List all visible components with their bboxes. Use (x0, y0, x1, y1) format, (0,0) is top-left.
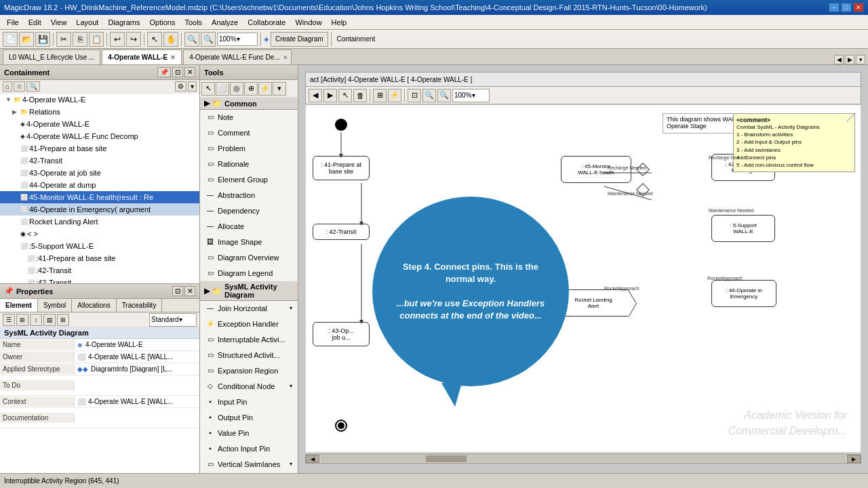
tool-input-pin[interactable]: ▪ Input Pin (200, 394, 298, 410)
pan-button[interactable]: ✋ (163, 32, 178, 47)
tool-rationale[interactable]: ▭ Rationale (200, 157, 298, 172)
menu-file[interactable]: File (3, 17, 23, 28)
containment-tree[interactable]: ▼ 📁 4-Operate WALL-E ▶ 📁 Relations ◈ 4-O… (0, 94, 199, 283)
containment-search-button[interactable]: 🔍 (26, 81, 40, 92)
tab-func-close[interactable]: ✕ (283, 54, 288, 61)
props-detail-view[interactable]: ⊞ (16, 314, 28, 326)
props-tab-element[interactable]: Element (0, 299, 38, 312)
node-45-monitor[interactable]: : 45-MonitorWALL-E health (561, 156, 631, 183)
menu-layout[interactable]: Layout (72, 17, 102, 28)
h-scrollbar[interactable]: ◀ ▶ (305, 454, 861, 464)
zoom-out-button[interactable]: 🔍 (201, 32, 216, 47)
containment-pin-button[interactable]: 📌 (157, 67, 171, 77)
tree-item-empty[interactable]: ◉ < > (0, 228, 199, 240)
menu-diagrams[interactable]: Diagrams (104, 17, 144, 28)
tool-2[interactable]: ⬜ (216, 82, 229, 96)
tool-vertical-swimlanes[interactable]: ▭ Vertical Swimlanes ▾ (200, 457, 298, 472)
diag-zoom-select[interactable]: 100% ▾ (452, 89, 490, 102)
tree-item-41[interactable]: ⬜ 41-Prepare at base site (0, 142, 199, 155)
tab-nav-left[interactable]: ◀ (834, 55, 844, 64)
tool-dependency[interactable]: — Dependency (200, 203, 298, 219)
copy-button[interactable]: ⎘ (73, 32, 87, 47)
join-dropdown-icon[interactable]: ▾ (290, 302, 292, 314)
tool-allocate[interactable]: — Allocate (200, 219, 298, 235)
hscroll-left[interactable]: ◀ (306, 455, 319, 463)
menu-window[interactable]: Window (291, 17, 326, 28)
expander[interactable]: ▼ (5, 94, 12, 105)
props-tab-symbol[interactable]: Symbol (38, 299, 72, 312)
tool-3[interactable]: ◎ (230, 82, 243, 96)
tool-4[interactable]: ⊕ (244, 82, 258, 96)
hscroll-track[interactable] (321, 455, 846, 462)
containment-settings-button[interactable]: ⚙ (175, 81, 186, 92)
zoom-in-button[interactable]: 🔍 (184, 32, 199, 47)
tool-5[interactable]: ⚡ (258, 82, 272, 96)
select-button[interactable]: ↖ (147, 32, 162, 47)
tool-value-pin[interactable]: ▪ Value Pin (200, 426, 298, 441)
tool-comment[interactable]: ▭ Comment (200, 125, 298, 141)
expander[interactable]: ▶ (12, 106, 19, 117)
tool-structured[interactable]: ▭ Structured Activit... (200, 348, 298, 363)
containment-more-button[interactable]: ▾ (188, 81, 197, 92)
tool-join-horizontal[interactable]: — Join Horizontal ▾ (200, 301, 298, 317)
tool-problem[interactable]: ▭ Problem (200, 141, 298, 157)
tool-conditional-node[interactable]: ◇ Conditional Node ▾ (200, 379, 298, 394)
diag-delete[interactable]: 🗑 (353, 89, 367, 102)
tool-action-input-pin[interactable]: ▪ Action Input Pin (200, 441, 298, 457)
tab-nav-right[interactable]: ▶ (845, 55, 854, 64)
diag-zoom-in[interactable]: 🔍 (422, 89, 436, 102)
diag-nav-back[interactable]: ◀ (309, 89, 322, 102)
props-expand-all[interactable]: ⊞ (57, 314, 69, 326)
tree-item-relations[interactable]: ▶ 📁 Relations (0, 106, 199, 118)
menu-edit[interactable]: Edit (24, 17, 45, 28)
containment-expand-button[interactable]: ⊡ (172, 67, 183, 77)
containment-home-button[interactable]: ⌂ (3, 81, 12, 92)
tool-abstraction[interactable]: — Abstraction (200, 188, 298, 203)
tree-item-46[interactable]: ⬜ 46-Operate in Emergency( argument (0, 203, 199, 216)
menu-help[interactable]: Help (328, 17, 351, 28)
containment-bookmark-button[interactable]: ☆ (14, 81, 25, 92)
diag-select[interactable]: ↖ (338, 89, 352, 102)
menu-collaborate[interactable]: Collaborate (243, 17, 290, 28)
hscroll-thumb[interactable] (426, 455, 467, 462)
diag-auto[interactable]: ⚡ (388, 89, 401, 102)
tool-image-shape[interactable]: 🖼 Image Shape (200, 235, 298, 250)
new-button[interactable]: 📄 (3, 32, 18, 47)
node-41-prepare[interactable]: : 41-Prepare atbase site (313, 156, 370, 180)
tool-diagram-overview[interactable]: ▭ Diagram Overview (200, 250, 298, 266)
tree-item-42b[interactable]: ⬜ :42-Transit (0, 264, 199, 277)
node-46-emergency[interactable]: : 46-Operate inEmergency (711, 280, 776, 307)
tree-item-func-decomp[interactable]: ◈ 4-Operate WALL-E Func Decomp (0, 130, 199, 142)
tree-item-rocket[interactable]: ⬜ Rocket Landing Alert (0, 216, 199, 228)
diag-layout[interactable]: ⊞ (373, 89, 387, 102)
node-5-support[interactable]: : 5-SupportWALL-E (711, 215, 775, 242)
close-button[interactable]: ✕ (853, 3, 864, 12)
tool-interruptable[interactable]: ▭ Interruptable Activi... (200, 332, 298, 348)
tool-note[interactable]: ▭ Note (200, 110, 298, 125)
props-list-view[interactable]: ☰ (3, 314, 15, 326)
menu-analyze[interactable]: Analyze (208, 17, 242, 28)
menu-options[interactable]: Options (145, 17, 179, 28)
tool-diagram-legend[interactable]: ▭ Diagram Legend (200, 266, 298, 281)
maximize-button[interactable]: □ (841, 3, 852, 12)
tool-output-pin[interactable]: ▪ Output Pin (200, 410, 298, 426)
diag-nav-fwd[interactable]: ▶ (323, 89, 337, 102)
diagram-canvas[interactable]: Recharge Needed Maintenance Needed Rocke… (305, 104, 861, 453)
minimize-button[interactable]: − (829, 3, 840, 12)
undo-button[interactable]: ↩ (110, 32, 125, 47)
tree-item-44[interactable]: ⬜ 44-Operate at dump (0, 179, 199, 191)
props-expand-button[interactable]: ⊡ (172, 286, 183, 296)
props-std-select[interactable]: Standard ▾ (149, 313, 197, 327)
tab-lifecycle[interactable]: L0 WALL_E Lifecycle Use ... (3, 49, 100, 64)
tool-exception-handler[interactable]: ⚡ Exception Handler (200, 317, 298, 332)
props-close-button[interactable]: ✕ (184, 286, 195, 296)
tool-expansion-region[interactable]: ▭ Expansion Region (200, 363, 298, 379)
props-tab-allocations[interactable]: Allocations (72, 299, 116, 312)
tree-item-root[interactable]: ▼ 📁 4-Operate WALL-E (0, 94, 199, 106)
props-sort-button[interactable]: ↕ (30, 314, 42, 326)
tree-item-45[interactable]: ⬜ 45-Monitor WALL-E health(result : Re (0, 191, 199, 203)
tools-category-common[interactable]: ▶ 📁 Common (200, 98, 298, 110)
paste-button[interactable]: 📋 (89, 32, 104, 47)
tab-nav-menu[interactable]: ▾ (856, 55, 865, 64)
tree-item-42c[interactable]: ⬜ :42-Transit (0, 277, 199, 283)
